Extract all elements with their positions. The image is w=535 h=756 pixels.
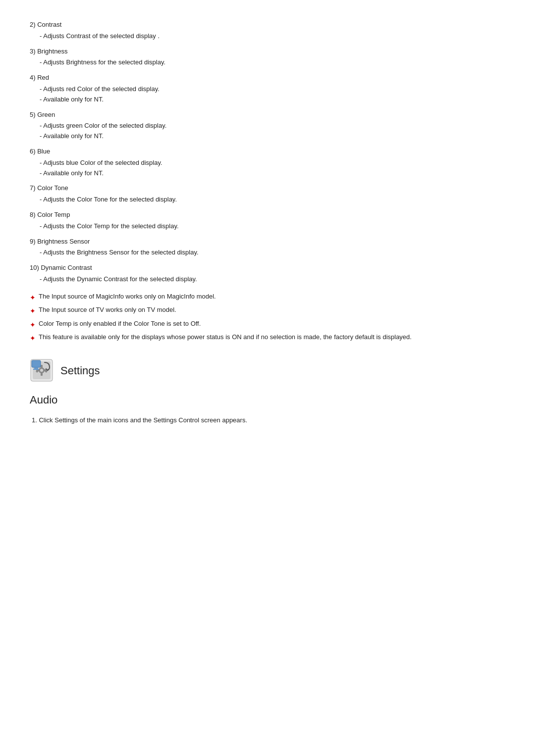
list-item: 5) Green- Adjusts green Color of the sel… — [30, 110, 505, 142]
item-description-line: - Adjusts blue Color of the selected dis… — [40, 158, 505, 168]
item-descriptions: - Adjusts red Color of the selected disp… — [30, 84, 505, 105]
notes-section: ✦The Input source of MagicInfo works onl… — [30, 292, 505, 344]
note-text: This feature is available only for the d… — [39, 332, 412, 343]
list-item: 9) Brightness Sensor- Adjusts the Bright… — [30, 237, 505, 258]
subsection-title: Audio — [30, 391, 505, 408]
item-title: 8) Color Temp — [30, 210, 505, 220]
item-description-line: - Available only for NT. — [40, 95, 505, 105]
item-descriptions: - Adjusts Contrast of the selected displ… — [30, 31, 505, 42]
svg-rect-14 — [33, 369, 39, 370]
item-description-line: - Adjusts the Color Tone for the selecte… — [40, 195, 505, 205]
star-icon: ✦ — [30, 305, 36, 316]
item-description-line: - Available only for NT. — [40, 168, 505, 179]
settings-icon — [30, 358, 54, 382]
item-description-line: - Adjusts the Dynamic Contrast for the s… — [40, 274, 505, 285]
item-title: 7) Color Tone — [30, 183, 505, 194]
item-description-line: - Available only for NT. — [40, 131, 505, 142]
note-item: ✦The Input source of MagicInfo works onl… — [30, 292, 505, 303]
list-item: 2) Contrast- Adjusts Contrast of the sel… — [30, 20, 505, 42]
note-text: The Input source of MagicInfo works only… — [39, 292, 216, 302]
item-description-line: - Adjusts red Color of the selected disp… — [40, 84, 505, 95]
item-title: 5) Green — [30, 110, 505, 120]
note-item: ✦The Input source of TV works only on TV… — [30, 305, 505, 316]
list-item: 6) Blue- Adjusts blue Color of the selec… — [30, 147, 505, 178]
item-title: 10) Dynamic Contrast — [30, 263, 505, 273]
steps-list: 1. Click Settings of the main icons and … — [30, 415, 505, 426]
svg-rect-4 — [41, 365, 43, 368]
item-description-line: - Adjusts the Brightness Sensor for the … — [40, 248, 505, 258]
step-item: 1. Click Settings of the main icons and … — [32, 415, 505, 426]
list-item: 3) Brightness- Adjusts Brightness for th… — [30, 47, 505, 68]
svg-point-3 — [40, 369, 43, 372]
item-description-line: - Adjusts the Color Temp for the selecte… — [40, 221, 505, 232]
svg-rect-13 — [34, 367, 38, 369]
item-title: 2) Contrast — [30, 20, 505, 30]
item-description-line: - Adjusts Brightness for the selected di… — [40, 57, 505, 68]
item-title: 9) Brightness Sensor — [30, 237, 505, 247]
item-descriptions: - Adjusts the Brightness Sensor for the … — [30, 248, 505, 258]
item-title: 4) Red — [30, 73, 505, 83]
item-descriptions: - Adjusts Brightness for the selected di… — [30, 57, 505, 68]
numbered-items-list: 2) Contrast- Adjusts Contrast of the sel… — [30, 20, 505, 285]
section-header: Settings — [30, 358, 505, 382]
item-descriptions: - Adjusts green Color of the selected di… — [30, 121, 505, 142]
item-description-line: - Adjusts Contrast of the selected displ… — [40, 31, 505, 42]
list-item: 8) Color Temp- Adjusts the Color Temp fo… — [30, 210, 505, 232]
svg-rect-5 — [41, 373, 43, 376]
section-title: Settings — [60, 362, 100, 379]
item-title: 3) Brightness — [30, 47, 505, 57]
item-descriptions: - Adjusts the Color Temp for the selecte… — [30, 221, 505, 232]
item-description-line: - Adjusts green Color of the selected di… — [40, 121, 505, 131]
list-item: 10) Dynamic Contrast- Adjusts the Dynami… — [30, 263, 505, 285]
star-icon: ✦ — [30, 292, 36, 303]
note-text: Color Temp is only enabled if the Color … — [39, 319, 201, 329]
item-title: 6) Blue — [30, 147, 505, 157]
star-icon: ✦ — [30, 319, 36, 330]
note-item: ✦Color Temp is only enabled if the Color… — [30, 319, 505, 330]
list-item: 4) Red- Adjusts red Color of the selecte… — [30, 73, 505, 104]
item-descriptions: - Adjusts the Color Tone for the selecte… — [30, 195, 505, 205]
item-descriptions: - Adjusts the Dynamic Contrast for the s… — [30, 274, 505, 285]
star-icon: ✦ — [30, 333, 36, 344]
svg-rect-12 — [32, 360, 41, 367]
list-item: 7) Color Tone- Adjusts the Color Tone fo… — [30, 183, 505, 205]
note-text: The Input source of TV works only on TV … — [39, 305, 176, 315]
note-item: ✦This feature is available only for the … — [30, 332, 505, 344]
item-descriptions: - Adjusts blue Color of the selected dis… — [30, 158, 505, 179]
